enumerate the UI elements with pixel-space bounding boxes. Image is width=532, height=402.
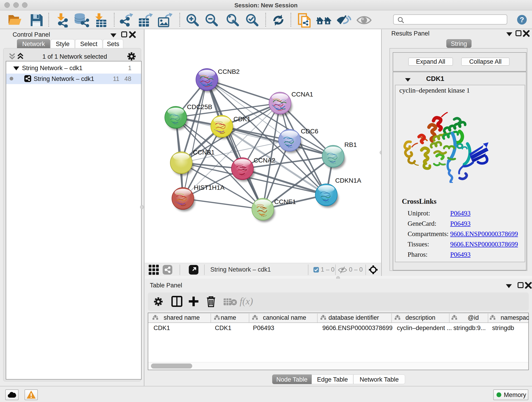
svg-text:HIST1H1A: HIST1H1A [194,184,225,191]
svg-text:CCNA1: CCNA1 [291,91,313,98]
svg-text:CDKN1A: CDKN1A [335,177,361,184]
svg-text:CCNB1: CCNB1 [193,149,215,156]
svg-text:CDC6: CDC6 [301,128,318,135]
svg-text:CCNE1: CCNE1 [274,198,296,205]
svg-text:CCNA2: CCNA2 [254,157,275,164]
svg-text:?: ? [520,16,524,24]
svg-text:CDC25B: CDC25B [187,103,212,110]
svg-text:RB1: RB1 [344,141,357,148]
svg-text:CCNB2: CCNB2 [218,68,240,75]
svg-text:CDK1: CDK1 [234,115,251,123]
